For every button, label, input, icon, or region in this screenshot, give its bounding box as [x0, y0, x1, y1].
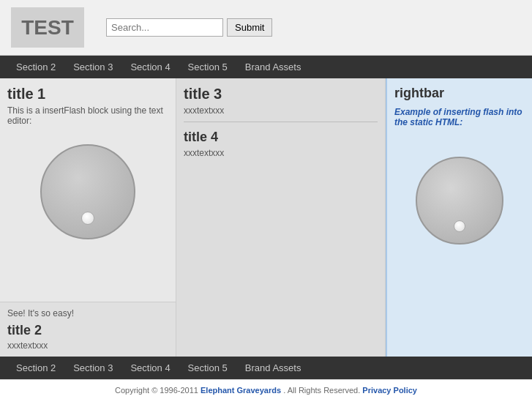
footer: Copyright © 1996-2011 Elephant Graveyard…	[0, 379, 532, 399]
bottom-nav: Section 2 Section 3 Section 4 Section 5 …	[0, 357, 532, 379]
bottom-left-section: See! It's so easy! title 2 xxxtextxxx	[0, 302, 176, 357]
see-text: See! It's so easy!	[7, 308, 168, 318]
title4: title 4	[184, 130, 378, 145]
mid-xxx2: xxxtextxxx	[184, 148, 378, 164]
search-input[interactable]	[106, 18, 223, 37]
rightbar-desc: Example of inserting flash into the stat…	[394, 107, 525, 127]
nav-item-section4[interactable]: Section 4	[121, 56, 179, 78]
main-content: title 1 This is a insertFlash block usin…	[0, 78, 532, 357]
submit-button[interactable]: Submit	[227, 18, 272, 37]
circle-right	[416, 157, 503, 245]
header: TEST Submit	[0, 0, 532, 56]
bottom-nav-item-brand-assets[interactable]: Brand Assets	[236, 357, 310, 379]
left-col-top: title 1 This is a insertFlash block usin…	[0, 78, 176, 258]
title3: title 3	[184, 86, 378, 102]
left-column: title 1 This is a insertFlash block usin…	[0, 78, 176, 357]
bottom-nav-item-section2[interactable]: Section 2	[7, 357, 64, 379]
nav-item-section3[interactable]: Section 3	[64, 56, 121, 78]
circle-dot-right	[454, 220, 465, 232]
flash-block-left	[7, 133, 168, 250]
left-xxx-text: xxxtextxxx	[7, 340, 168, 351]
flash-block-right	[394, 142, 525, 259]
bottom-nav-item-section5[interactable]: Section 5	[179, 357, 236, 379]
privacy-link[interactable]: Privacy Policy	[362, 386, 417, 395]
title2: title 2	[7, 323, 168, 338]
logo-text: TEST	[21, 16, 74, 40]
logo: TEST	[11, 7, 84, 48]
right-column: rightbar Example of inserting flash into…	[386, 78, 532, 357]
bottom-nav-item-section4[interactable]: Section 4	[121, 357, 179, 379]
rights-text: . All Rights Reserved.	[283, 386, 360, 395]
copyright-text: Copyright © 1996-2011	[115, 386, 198, 395]
top-nav: Section 2 Section 3 Section 4 Section 5 …	[0, 56, 532, 78]
company-link[interactable]: Elephant Graveyards	[201, 386, 281, 395]
left-desc: This is a insertFlash block using the te…	[7, 105, 168, 126]
search-form: Submit	[106, 18, 272, 37]
rightbar-title: rightbar	[394, 86, 525, 101]
nav-item-section5[interactable]: Section 5	[179, 56, 236, 78]
title1: title 1	[7, 86, 168, 102]
middle-column: title 3 xxxtextxxx title 4 xxxtextxxx	[176, 78, 386, 357]
circle-dot-left	[81, 212, 94, 225]
nav-item-brand-assets[interactable]: Brand Assets	[236, 56, 310, 78]
mid-xxx1: xxxtextxxx	[184, 105, 378, 122]
circle-left	[40, 144, 135, 239]
bottom-nav-item-section3[interactable]: Section 3	[64, 357, 121, 379]
nav-item-section2[interactable]: Section 2	[7, 56, 64, 78]
